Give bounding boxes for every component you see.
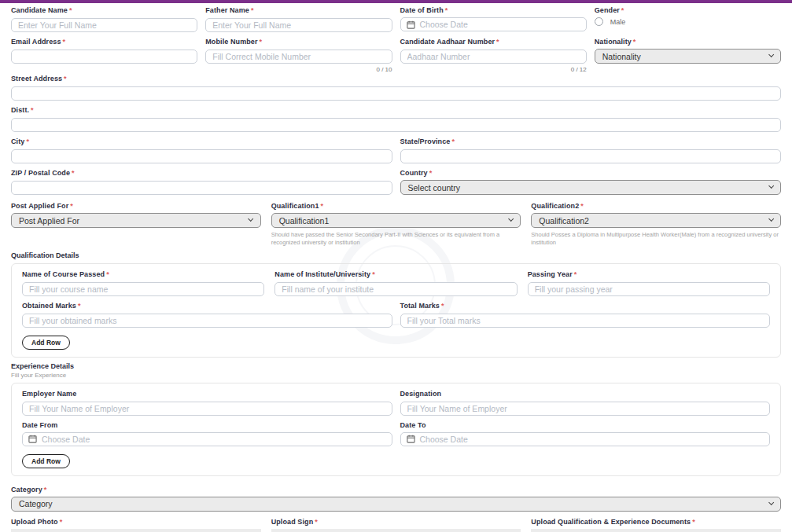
upload-sign-label: Upload Sign — [271, 518, 314, 526]
designation-input[interactable] — [400, 402, 771, 416]
required-asterisk: * — [44, 486, 47, 493]
total-marks-label: Total Marks — [400, 302, 440, 310]
country-select[interactable]: Select country — [400, 180, 782, 195]
employer-name-input[interactable] — [22, 402, 392, 416]
street-address-input[interactable] — [11, 86, 781, 101]
category-select[interactable]: Category — [11, 497, 781, 512]
post-applied-select[interactable]: Post Applied For — [11, 213, 261, 228]
nationality-select[interactable]: Nationality — [595, 49, 781, 64]
required-asterisk: * — [60, 518, 63, 526]
required-asterisk: * — [70, 202, 73, 210]
gender-male-label: Male — [610, 18, 626, 26]
upload-documents-choose-file-button[interactable]: Choose File — [531, 529, 781, 532]
country-value: Select country — [408, 183, 461, 193]
distt-input[interactable] — [11, 118, 781, 132]
aadhaar-char-counter: 0 / 12 — [400, 66, 587, 73]
aadhaar-input[interactable] — [400, 50, 587, 64]
field-date-of-birth: Date of Birth* Choose Date — [400, 6, 587, 32]
city-input[interactable] — [11, 149, 392, 163]
passing-year-label: Passing Year — [528, 270, 573, 278]
qualification1-select[interactable]: Qualification1 — [271, 213, 521, 228]
calendar-icon — [28, 435, 37, 443]
field-category: Category* Category — [11, 486, 781, 512]
total-marks-input[interactable] — [400, 314, 771, 328]
date-to-placeholder: Choose Date — [420, 435, 468, 444]
father-name-input[interactable] — [205, 18, 392, 32]
field-gender: Gender* Male — [595, 6, 781, 32]
institute-input[interactable] — [274, 282, 517, 296]
upload-photo-choose-file-button[interactable]: Choose File — [11, 529, 261, 532]
distt-label: Distt. — [11, 106, 29, 114]
upload-sign-choose-file-button[interactable]: Choose File — [271, 529, 521, 532]
category-value: Category — [19, 499, 53, 508]
qualification2-select[interactable]: Qualification2 — [531, 213, 781, 228]
chevron-down-icon — [768, 52, 775, 58]
required-asterisk: * — [580, 202, 584, 210]
institute-label: Name of Institute/University — [274, 270, 370, 278]
required-asterisk: * — [445, 6, 448, 14]
qualification-add-row-button[interactable]: Add Row — [22, 336, 70, 350]
qualification1-helper: Should have passed the Senior Secondary … — [271, 231, 521, 247]
dob-placeholder: Choose Date — [420, 20, 468, 29]
qualification1-value: Qualification1 — [279, 216, 330, 226]
field-upload-photo: Upload Photo* Choose File No file chosen… — [11, 518, 261, 532]
field-course-name: Name of Course Passed* — [22, 270, 264, 296]
field-street-address: Street Address* — [11, 75, 781, 101]
required-asterisk: * — [26, 138, 29, 145]
experience-add-row-button[interactable]: Add Row — [22, 454, 70, 468]
street-address-label: Street Address — [11, 75, 62, 83]
date-to-input[interactable]: Choose Date — [400, 432, 771, 446]
zip-input[interactable] — [11, 181, 392, 195]
application-form: Candidate Name* Father Name* Date of Bir… — [0, 3, 792, 532]
post-applied-label: Post Applied For — [11, 202, 68, 210]
field-employer-name: Employer Name — [22, 390, 392, 416]
gender-label: Gender — [595, 6, 620, 14]
nationality-value: Nationality — [602, 52, 641, 61]
state-label: State/Province — [400, 138, 451, 145]
required-asterisk: * — [692, 518, 695, 526]
required-asterisk: * — [260, 38, 263, 46]
experience-details-title: Experience Details — [11, 362, 781, 370]
state-input[interactable] — [400, 149, 782, 163]
mobile-label: Mobile Number — [205, 38, 257, 46]
field-candidate-name: Candidate Name* — [11, 6, 197, 32]
candidate-name-input[interactable] — [11, 18, 197, 32]
field-nationality: Nationality* Nationality — [595, 38, 781, 73]
field-zip: ZIP / Postal Code* — [11, 169, 392, 195]
calendar-icon — [407, 20, 415, 29]
candidate-name-label: Candidate Name — [11, 6, 68, 14]
dob-input[interactable]: Choose Date — [400, 17, 587, 31]
field-qualification1: Qualification1* Qualification1 Should ha… — [271, 202, 521, 247]
post-applied-value: Post Applied For — [19, 216, 79, 226]
chevron-down-icon — [768, 216, 774, 222]
required-asterisk: * — [621, 6, 624, 14]
date-from-placeholder: Choose Date — [42, 435, 90, 444]
nationality-label: Nationality — [595, 38, 632, 46]
qualification1-label: Qualification1 — [271, 202, 319, 210]
email-input[interactable] — [11, 50, 197, 64]
father-name-label: Father Name — [205, 6, 249, 14]
field-date-from: Date From Choose Date — [22, 421, 392, 446]
course-name-input[interactable] — [22, 282, 264, 296]
date-from-input[interactable]: Choose Date — [22, 432, 392, 446]
required-asterisk: * — [64, 75, 67, 83]
dob-label: Date of Birth — [400, 6, 444, 14]
passing-year-input[interactable] — [528, 282, 770, 296]
experience-details-box: Employer Name Designation Date From Choo… — [11, 383, 781, 476]
required-asterisk: * — [372, 270, 375, 278]
required-asterisk: * — [451, 138, 455, 145]
field-qualification2: Qualification2* Qualification2 Should Po… — [531, 202, 781, 247]
field-obtained-marks: Obtained Marks* — [22, 302, 392, 328]
upload-documents-label: Upload Qualification & Experience Docume… — [531, 518, 691, 526]
field-distt: Distt.* — [11, 106, 781, 132]
gender-male-radio[interactable] — [595, 17, 603, 26]
required-asterisk: * — [63, 38, 66, 46]
field-date-to: Date To Choose Date — [400, 421, 771, 446]
required-asterisk: * — [31, 106, 34, 114]
zip-label: ZIP / Postal Code — [11, 169, 70, 177]
mobile-input[interactable] — [205, 50, 392, 64]
required-asterisk: * — [315, 518, 318, 526]
obtained-marks-input[interactable] — [22, 314, 392, 328]
field-post-applied: Post Applied For* Post Applied For — [11, 202, 261, 247]
field-total-marks: Total Marks* — [400, 302, 771, 328]
